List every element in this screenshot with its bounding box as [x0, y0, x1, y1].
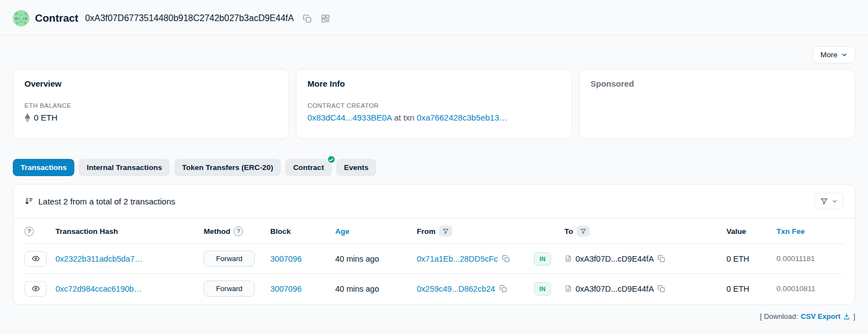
txn-fee-cell: 0.00010811: [776, 284, 844, 293]
txn-fee-cell: 0.00011181: [776, 254, 844, 263]
col-from: From: [417, 226, 534, 237]
creator-connector-text: at txn: [394, 113, 415, 122]
help-column-header: ?: [24, 227, 55, 236]
row-preview-cell: [24, 281, 55, 297]
to-address-text: 0xA3f07D...cD9E44fA: [576, 284, 654, 293]
eth-balance-label: ETH BALANCE: [24, 102, 277, 109]
more-button-label: More: [820, 51, 837, 59]
eth-balance-value: 0 ETH: [34, 113, 58, 122]
funnel-icon: [820, 197, 828, 205]
col-to: To: [564, 226, 726, 237]
csv-export-link[interactable]: CSV Export: [801, 312, 851, 321]
contract-file-icon: [564, 284, 572, 293]
overview-title: Overview: [24, 79, 277, 88]
tab-events[interactable]: Events: [336, 159, 376, 176]
method-badge[interactable]: Forward: [204, 281, 255, 297]
tab-transactions[interactable]: Transactions: [13, 159, 74, 176]
value-cell: 0 ETH: [726, 254, 776, 263]
col-method-label: Method: [204, 227, 230, 236]
transactions-summary: Latest 2 from a total of 2 transactions: [24, 197, 175, 206]
download-icon: [843, 313, 850, 320]
download-prefix: [ Download:: [760, 312, 798, 321]
contract-address: 0xA3f07D6773514480b918C2742b027b3acD9E44…: [85, 13, 294, 23]
col-from-label: From: [417, 227, 436, 236]
table-row: 0xc72d984ccac6190b… Forward 3007096 40 m…: [24, 273, 844, 303]
from-address-link[interactable]: 0x259c49...D862cb24: [417, 284, 495, 293]
contract-verified-icon: [327, 155, 336, 164]
txn-hash-link[interactable]: 0xc72d984ccac6190b…: [55, 284, 142, 293]
to-cell: 0xA3f07D...cD9E44fA: [564, 254, 726, 263]
creation-txn-link[interactable]: 0xa7662428c3b5eb13…: [417, 113, 507, 122]
to-filter-icon[interactable]: [577, 226, 590, 237]
more-info-title: More Info: [307, 79, 561, 88]
page-header: Contract 0xA3f07D6773514480b918C2742b027…: [0, 0, 868, 36]
copy-icon[interactable]: [657, 254, 665, 263]
col-transaction-hash: Transaction Hash: [55, 227, 204, 236]
transactions-card-header: Latest 2 from a total of 2 transactions: [13, 184, 855, 218]
page-content: More Overview ETH BALANCE 0 ETH More Inf…: [0, 46, 868, 321]
sponsored-title: Sponsored: [591, 79, 844, 88]
chevron-down-icon: [832, 198, 837, 204]
contract-identicon: [13, 10, 29, 27]
eye-icon[interactable]: [24, 251, 47, 267]
download-row: [ Download: CSV Export ]: [13, 312, 855, 321]
from-address-link[interactable]: 0x71a1Eb...28DD5cFc: [417, 254, 498, 263]
tab-contract[interactable]: Contract: [285, 159, 332, 176]
col-age[interactable]: Age: [335, 227, 417, 236]
question-circle-icon[interactable]: ?: [24, 227, 34, 236]
col-block: Block: [270, 227, 335, 236]
from-filter-icon[interactable]: [439, 226, 452, 237]
transactions-summary-text: Latest 2 from a total of 2 transactions: [38, 197, 175, 206]
table-header-row: ? Transaction Hash Method ? Block Age Fr…: [24, 218, 844, 243]
page-title: Contract: [35, 12, 78, 24]
method-badge[interactable]: Forward: [204, 251, 255, 267]
transactions-card: Latest 2 from a total of 2 transactions …: [13, 184, 855, 305]
tab-internal-transactions[interactable]: Internal Transactions: [79, 159, 170, 176]
tab-contract-label: Contract: [293, 163, 324, 172]
row-preview-cell: [24, 251, 55, 267]
copy-icon[interactable]: [499, 284, 507, 293]
direction-badge: IN: [534, 282, 551, 296]
tabs-row: Transactions Internal Transactions Token…: [13, 159, 855, 176]
table-row: 0x2322b311adcb5da7… Forward 3007096 40 m…: [24, 243, 844, 273]
copy-address-icon[interactable]: [302, 14, 312, 23]
creator-address-link[interactable]: 0x83dC44...4933BE0A: [307, 113, 392, 122]
more-button[interactable]: More: [813, 46, 855, 63]
toolbar-row: More: [13, 46, 855, 63]
direction-badge: IN: [534, 252, 551, 266]
to-address-text: 0xA3f07D...cD9E44fA: [576, 254, 654, 263]
csv-export-label: CSV Export: [801, 312, 841, 321]
info-cards-row: Overview ETH BALANCE 0 ETH More Info CON…: [13, 69, 855, 139]
eth-balance-value-row: 0 ETH: [24, 113, 277, 122]
qr-code-icon[interactable]: [321, 14, 330, 23]
sort-descending-icon: [24, 197, 33, 206]
from-cell: 0x259c49...D862cb24: [417, 284, 534, 293]
col-value: Value: [726, 227, 776, 236]
tab-token-transfers[interactable]: Token Transfers (ERC-20): [174, 159, 281, 176]
col-txn-fee[interactable]: Txn Fee: [776, 227, 844, 236]
value-cell: 0 ETH: [726, 284, 776, 293]
contract-creator-line: 0x83dC44...4933BE0A at txn 0xa7662428c3b…: [307, 113, 561, 122]
col-to-label: To: [564, 227, 573, 236]
contract-file-icon: [564, 254, 572, 263]
txn-hash-link[interactable]: 0x2322b311adcb5da7…: [55, 254, 143, 263]
overview-card: Overview ETH BALANCE 0 ETH: [13, 69, 289, 139]
download-suffix: ]: [853, 312, 855, 321]
col-method: Method ?: [204, 227, 270, 236]
sponsored-card: Sponsored: [579, 69, 855, 139]
more-info-card: More Info CONTRACT CREATOR 0x83dC44...49…: [296, 69, 572, 139]
method-help-icon[interactable]: ?: [234, 227, 243, 236]
age-cell: 40 mins ago: [335, 284, 417, 293]
from-cell: 0x71a1Eb...28DD5cFc: [417, 254, 534, 263]
copy-icon[interactable]: [657, 284, 665, 293]
to-cell: 0xA3f07D...cD9E44fA: [564, 284, 726, 293]
block-link[interactable]: 3007096: [270, 284, 301, 293]
transactions-table: ? Transaction Hash Method ? Block Age Fr…: [13, 218, 855, 304]
block-link[interactable]: 3007096: [270, 254, 301, 263]
eye-icon[interactable]: [24, 281, 47, 297]
table-filter-button[interactable]: [814, 193, 844, 209]
ethereum-icon: [24, 113, 31, 122]
copy-icon[interactable]: [502, 254, 510, 263]
contract-creator-label: CONTRACT CREATOR: [307, 102, 561, 109]
chevron-down-icon: [841, 52, 847, 58]
